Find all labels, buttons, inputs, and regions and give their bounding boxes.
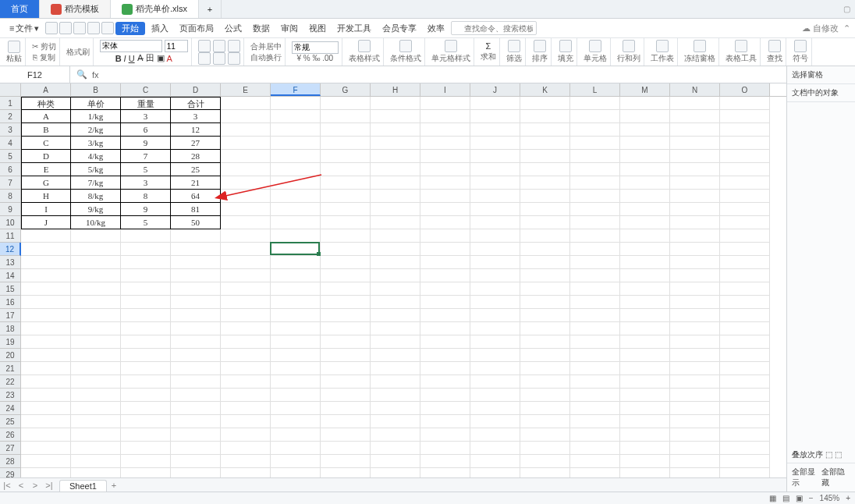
- tablestyle-icon[interactable]: [358, 40, 371, 52]
- cell[interactable]: [420, 256, 470, 269]
- cut-button[interactable]: ✂ 剪切: [32, 41, 56, 52]
- cell[interactable]: [71, 468, 121, 477]
- cell[interactable]: [71, 269, 121, 282]
- cell[interactable]: [720, 97, 770, 110]
- cell[interactable]: [570, 389, 620, 402]
- cell[interactable]: [570, 163, 620, 176]
- cell[interactable]: [21, 309, 71, 322]
- row-header[interactable]: 8: [0, 190, 21, 203]
- cell[interactable]: [71, 428, 121, 442]
- cell[interactable]: [620, 362, 670, 375]
- strike-button[interactable]: A̶: [137, 53, 144, 63]
- cell[interactable]: [620, 428, 670, 442]
- cell[interactable]: I: [21, 203, 71, 216]
- cell[interactable]: [321, 176, 371, 190]
- cell[interactable]: [720, 296, 770, 309]
- cell[interactable]: [321, 375, 371, 389]
- cell[interactable]: [221, 269, 271, 282]
- cell[interactable]: [420, 150, 470, 163]
- row-header[interactable]: 17: [0, 309, 21, 322]
- cell[interactable]: [420, 362, 470, 375]
- cell[interactable]: [470, 442, 520, 455]
- cell[interactable]: [520, 137, 570, 150]
- cell[interactable]: [371, 123, 420, 137]
- cell[interactable]: [520, 269, 570, 282]
- col-header[interactable]: B: [71, 83, 121, 96]
- cell[interactable]: [171, 349, 221, 362]
- cell[interactable]: 1/kg: [71, 110, 121, 123]
- cell[interactable]: [221, 442, 271, 455]
- cell[interactable]: [570, 203, 620, 216]
- cell[interactable]: [420, 309, 470, 322]
- cell[interactable]: [620, 415, 670, 428]
- cell[interactable]: [71, 402, 121, 415]
- cell[interactable]: [470, 137, 520, 150]
- cell[interactable]: [470, 216, 520, 229]
- cell[interactable]: [371, 402, 420, 415]
- cell[interactable]: [321, 349, 371, 362]
- cell[interactable]: [221, 256, 271, 269]
- cell[interactable]: [221, 309, 271, 322]
- cell[interactable]: [420, 243, 470, 256]
- cell[interactable]: [271, 137, 321, 150]
- cell[interactable]: [520, 322, 570, 335]
- cell[interactable]: [620, 203, 670, 216]
- col-header[interactable]: G: [321, 83, 371, 96]
- cell[interactable]: [670, 216, 720, 229]
- cell[interactable]: [121, 335, 171, 349]
- cell[interactable]: [420, 190, 470, 203]
- cell[interactable]: [420, 110, 470, 123]
- cell[interactable]: [371, 163, 420, 176]
- cell[interactable]: [570, 216, 620, 229]
- cell[interactable]: 3: [121, 110, 171, 123]
- cell[interactable]: [171, 282, 221, 296]
- cell[interactable]: [321, 229, 371, 243]
- cell[interactable]: [321, 163, 371, 176]
- cell[interactable]: [121, 375, 171, 389]
- cell[interactable]: 单价: [71, 97, 121, 110]
- cell[interactable]: [670, 415, 720, 428]
- cell[interactable]: [670, 256, 720, 269]
- cell[interactable]: [271, 269, 321, 282]
- menu-data[interactable]: 数据: [248, 23, 275, 34]
- cell[interactable]: [21, 428, 71, 442]
- cell[interactable]: [570, 110, 620, 123]
- cell[interactable]: [371, 203, 420, 216]
- cell[interactable]: [121, 362, 171, 375]
- window-caption-buttons[interactable]: ▢: [839, 0, 855, 18]
- sheet-first-icon[interactable]: |<: [0, 481, 14, 490]
- cell[interactable]: [520, 163, 570, 176]
- cell[interactable]: D: [21, 150, 71, 163]
- cell[interactable]: [470, 309, 520, 322]
- cell[interactable]: 9: [121, 137, 171, 150]
- cell[interactable]: [670, 309, 720, 322]
- cell[interactable]: [570, 442, 620, 455]
- menu-member[interactable]: 会员专享: [378, 23, 421, 34]
- cell[interactable]: [670, 335, 720, 349]
- cell[interactable]: [520, 97, 570, 110]
- cell[interactable]: [520, 150, 570, 163]
- cell[interactable]: [470, 97, 520, 110]
- cell[interactable]: [420, 428, 470, 442]
- cell[interactable]: [371, 389, 420, 402]
- cell[interactable]: [670, 163, 720, 176]
- fill-icon[interactable]: [559, 40, 572, 52]
- cell[interactable]: [121, 389, 171, 402]
- cell[interactable]: [221, 243, 271, 256]
- cell[interactable]: [420, 415, 470, 428]
- cell[interactable]: [520, 243, 570, 256]
- cell[interactable]: [171, 428, 221, 442]
- cell[interactable]: [321, 389, 371, 402]
- cell[interactable]: [620, 150, 670, 163]
- cell[interactable]: [221, 389, 271, 402]
- cell[interactable]: 10/kg: [71, 216, 121, 229]
- cell[interactable]: [371, 190, 420, 203]
- cell[interactable]: [470, 229, 520, 243]
- cell[interactable]: [221, 375, 271, 389]
- hide-all-button[interactable]: 全部隐藏: [821, 467, 851, 488]
- cell[interactable]: [570, 322, 620, 335]
- cell[interactable]: [71, 375, 121, 389]
- freeze-icon[interactable]: [694, 40, 706, 52]
- cell[interactable]: [321, 468, 371, 477]
- cell[interactable]: [21, 349, 71, 362]
